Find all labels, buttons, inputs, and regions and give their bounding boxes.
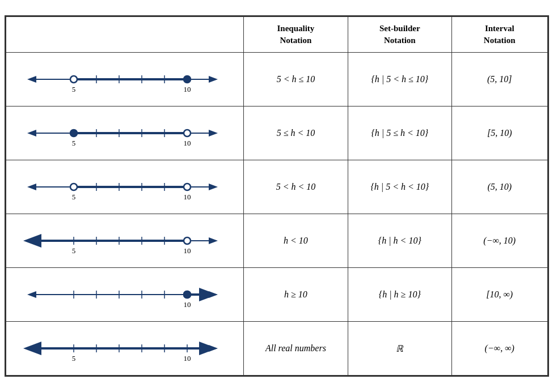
table-row: 5105 ≤ h < 10{h | 5 ≤ h < 10}[5, 10)	[6, 106, 547, 160]
svg-point-11	[184, 76, 191, 83]
set-builder-cell-1: {h | 5 ≤ h < 10}	[348, 106, 451, 160]
header-interval: Interval Notation	[451, 17, 547, 53]
svg-text:10: 10	[183, 85, 191, 93]
number-line-cell-0: 510	[6, 53, 244, 106]
svg-text:10: 10	[183, 246, 191, 255]
header-row: Inequality Notation Set-builder Notation…	[6, 17, 547, 53]
set-builder-cell-2: {h | 5 < h < 10}	[348, 160, 451, 214]
inequality-cell-5: All real numbers	[244, 322, 348, 376]
svg-point-45	[184, 237, 191, 244]
inequality-cell-1: 5 ≤ h < 10	[244, 106, 348, 160]
header-inequality: Inequality Notation	[244, 17, 348, 53]
interval-cell-1: [5, 10)	[451, 106, 547, 160]
table-row: 5105 < h ≤ 10{h | 5 < h ≤ 10}(5, 10]	[6, 53, 547, 106]
svg-point-22	[70, 130, 77, 137]
svg-text:5: 5	[72, 85, 76, 93]
set-builder-cell-5: ℝ	[348, 322, 451, 376]
inequality-cell-0: 5 < h ≤ 10	[244, 53, 348, 106]
svg-text:10: 10	[183, 139, 191, 147]
number-line-cell-1: 510	[6, 106, 244, 160]
number-line-cell-4: 10	[6, 268, 244, 322]
table-row: 10h ≥ 10{h | h ≥ 10}[10, ∞)	[6, 268, 547, 322]
svg-text:10: 10	[183, 300, 191, 309]
svg-text:5: 5	[72, 139, 76, 147]
table-row: 105h < 10{h | h < 10}(−∞, 10)	[6, 214, 547, 268]
table-row: 5105 < h < 10{h | 5 < h < 10}(5, 10)	[6, 160, 547, 214]
interval-cell-4: [10, ∞)	[451, 268, 547, 322]
svg-text:10: 10	[183, 354, 191, 363]
table-row: 510All real numbersℝ(−∞, ∞)	[6, 322, 547, 376]
inequality-cell-2: 5 < h < 10	[244, 160, 348, 214]
header-set-builder: Set-builder Notation	[348, 17, 451, 53]
header-number-line	[6, 17, 244, 53]
interval-cell-5: (−∞, ∞)	[451, 322, 547, 376]
interval-cell-0: (5, 10]	[451, 53, 547, 106]
svg-point-34	[70, 184, 77, 190]
interval-cell-2: (5, 10)	[451, 160, 547, 214]
number-line-cell-5: 510	[6, 322, 244, 376]
svg-text:5: 5	[72, 354, 76, 363]
set-builder-cell-3: {h | h < 10}	[348, 214, 451, 268]
svg-text:5: 5	[72, 246, 76, 255]
svg-point-35	[184, 184, 191, 190]
inequality-cell-3: h < 10	[244, 214, 348, 268]
number-line-cell-2: 510	[6, 160, 244, 214]
svg-text:10: 10	[183, 193, 191, 201]
svg-point-23	[184, 130, 191, 137]
notation-table: Inequality Notation Set-builder Notation…	[6, 16, 548, 376]
svg-point-57	[184, 291, 191, 298]
set-builder-cell-4: {h | h ≥ 10}	[348, 268, 451, 322]
main-table-wrapper: Inequality Notation Set-builder Notation…	[5, 15, 549, 377]
svg-point-10	[70, 76, 77, 83]
interval-cell-3: (−∞, 10)	[451, 214, 547, 268]
inequality-cell-4: h ≥ 10	[244, 268, 348, 322]
svg-text:5: 5	[72, 193, 76, 201]
number-line-cell-3: 105	[6, 214, 244, 268]
set-builder-cell-0: {h | 5 < h ≤ 10}	[348, 53, 451, 106]
